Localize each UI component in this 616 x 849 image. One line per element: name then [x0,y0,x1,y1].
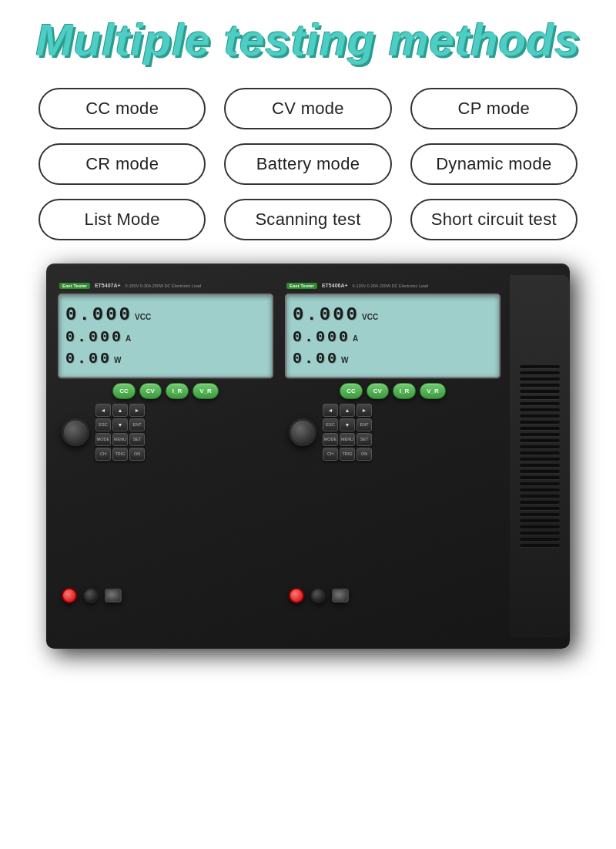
unit1-btn-up[interactable]: ▲ [112,404,128,417]
unit2-btn-esc[interactable]: ESC [323,418,338,431]
unit2-terminal-red [289,588,304,603]
vent-panel [510,275,570,637]
unit1-brand: East Tester [59,283,90,289]
unit2-btn-trig[interactable]: TRIG [340,448,355,461]
vent-slot-5 [520,390,560,393]
unit2-btn-up[interactable]: ▲ [340,404,355,417]
vent-slot-15 [520,451,560,455]
unit1-watt-unit: W [114,356,121,364]
unit1-nav-top: ◄ ▲ ► [95,404,145,417]
mode-badge-short-circuit[interactable]: Short circuit test [410,199,578,240]
unit2-nav-mid1: ESC ▼ ENT [323,418,372,431]
unit2-vcc-unit: VCC [362,313,378,321]
unit1-nav-mid2: MODE MENU SET [95,433,145,446]
unit2-btn-cv[interactable]: CV [367,383,389,399]
vent-slot-2 [520,371,560,374]
unit2-vcc-row: 0.000 VCC [293,304,493,325]
vent-slot-7 [520,402,560,405]
unit1-btn-trig[interactable]: TRIG [112,448,128,461]
unit1-btn-cc[interactable]: CC [112,383,136,399]
vent-slot-28 [520,532,560,535]
unit1-btn-mode[interactable]: MODE [95,433,111,446]
mode-badge-cr[interactable]: CR mode [38,143,206,185]
unit1-btn-left[interactable]: ◄ [95,404,111,417]
mode-badge-dynamic[interactable]: Dynamic mode [410,143,578,185]
vent-slot-25 [520,513,560,516]
unit2-amp-unit: A [353,334,358,343]
unit2-nav-bot: CH TRIG ON [323,448,372,461]
mode-badge-cv[interactable]: CV mode [224,88,391,129]
unit2-model: ET5406A+ [322,283,348,288]
unit1-btn-ent[interactable]: ENT [129,418,145,431]
unit1-label: East Tester ET5407A+ 0-150V 0-30A 200W D… [58,283,273,289]
unit2-barrel-jack [332,589,349,602]
unit2-btn-ch[interactable]: CH [323,448,338,461]
vent-slot-18 [520,470,560,473]
unit2-vcc-value: 0.000 [293,304,360,325]
unit1-amp-value: 0.000 [65,328,123,346]
mode-badge-battery[interactable]: Battery mode [224,143,391,185]
unit1-amp-unit: A [126,334,131,343]
vent-slot-6 [520,396,560,399]
unit1-btn-set[interactable]: SET [129,433,145,446]
mode-badge-scanning[interactable]: Scanning test [224,199,391,240]
device-full: East Tester ET5407A+ 0-150V 0-30A 200W D… [46,263,570,649]
vent-slot-4 [520,384,560,387]
unit1-btn-menu[interactable]: MENU [112,433,128,446]
mode-badge-list[interactable]: List Mode [38,199,206,240]
unit1-knob[interactable] [62,418,89,446]
unit2-btn-on[interactable]: ON [357,448,372,461]
unit1-btn-esc[interactable]: ESC [95,418,111,431]
unit2-btn-cc[interactable]: CC [340,383,363,399]
unit2-label: East Tester ET5406A+ 0-120V 0-20A 200W D… [285,283,500,289]
unit2-nav-grid: ◄ ▲ ► ESC ▼ ENT MODE MENU [323,404,372,461]
unit1-btn-on[interactable]: ON [129,448,145,461]
unit1-btn-down[interactable]: ▼ [112,418,128,431]
unit2-btn-set[interactable]: SET [357,433,372,446]
mode-badge-cp[interactable]: CP mode [410,88,578,129]
unit1-btn-ch[interactable]: CH [95,448,111,461]
unit2-controls: ◄ ▲ ► ESC ▼ ENT MODE MENU [285,404,500,461]
unit2-amp-value: 0.000 [293,328,350,346]
unit1-connectors [58,585,273,606]
unit2-btn-ir[interactable]: I_R [393,383,416,399]
unit1-terminal-black [83,588,99,603]
unit1-controls: ◄ ▲ ► ESC ▼ ENT MODE MENU [58,404,273,461]
units-container: East Tester ET5407A+ 0-150V 0-30A 200W D… [58,283,500,606]
vent-slot-13 [520,439,560,442]
unit2-btn-left[interactable]: ◄ [323,404,338,417]
unit1-display: 0.000 VCC 0.000 A 0.00 W [58,294,273,378]
unit2-terminal-black [310,588,326,603]
unit2-knob[interactable] [289,418,316,446]
unit2-connectors [285,585,500,606]
unit1-watt-row: 0.00 W [65,350,266,367]
mode-badge-cc[interactable]: CC mode [38,88,206,129]
vent-slot-29 [520,538,560,541]
modes-grid: CC mode CV mode CP mode CR mode Battery … [38,88,578,240]
unit2-mode-buttons: CC CV I_R V_R [285,383,500,399]
unit2-btn-vr[interactable]: V_R [420,383,446,399]
vent-slot-23 [520,501,560,504]
unit2-display: 0.000 VCC 0.000 A 0.00 W [285,294,500,378]
unit1-btn-ir[interactable]: I_R [166,383,189,399]
device-image-container: East Tester ET5407A+ 0-150V 0-30A 200W D… [23,263,593,695]
unit2-btn-right[interactable]: ► [357,404,372,417]
unit2-btn-menu[interactable]: MENU [340,433,355,446]
unit1-watt-value: 0.00 [65,350,112,367]
unit2-brand: East Tester [286,283,317,289]
unit2-nav-top: ◄ ▲ ► [323,404,372,417]
vent-slot-9 [520,414,560,418]
unit1-btn-right[interactable]: ► [129,404,145,417]
vent-slot-16 [520,458,560,461]
main-title: Multiple testing methods [35,15,580,65]
unit2-btn-ent[interactable]: ENT [357,418,372,431]
unit1-btn-vr[interactable]: V_R [192,383,219,399]
unit2-btn-mode[interactable]: MODE [323,433,338,446]
vent-slot-24 [520,507,560,510]
unit2-btn-down[interactable]: ▼ [340,418,355,431]
unit2-nav-mid2: MODE MENU SET [323,433,372,446]
unit1-barrel-jack [105,589,122,602]
unit1-nav-grid: ◄ ▲ ► ESC ▼ ENT MODE MENU [95,404,145,461]
unit1-btn-cv[interactable]: CV [139,383,162,399]
vent-slot-30 [520,544,560,547]
